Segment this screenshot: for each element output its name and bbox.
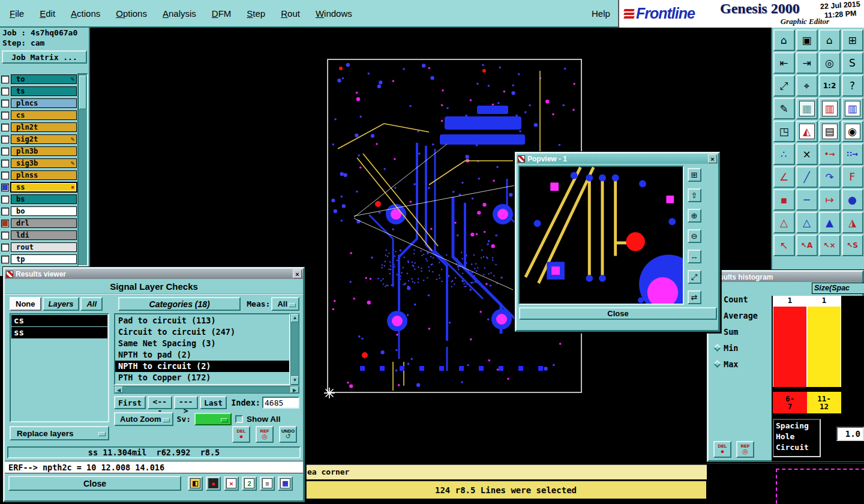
edit-note-button[interactable]: ✎ [773,98,795,119]
histogram-reference-button[interactable]: REF ◎ [736,441,754,458]
layer-row-drl[interactable]: drl [0,217,77,229]
pan-mode-button[interactable]: ↔ [688,250,701,263]
notes-button[interactable]: 2 [242,476,257,491]
layer-visibility-checkbox[interactable] [1,208,9,215]
select-delete-cursor-button[interactable]: ↖× [819,235,841,256]
fit-view-button[interactable]: ⤢ [688,270,701,284]
layer-row-tp[interactable]: tp [0,253,77,265]
triangle-multi-button[interactable]: ◮ [842,212,863,233]
layer-visibility-checkbox[interactable] [1,136,9,143]
last-button[interactable]: Last [200,396,227,409]
categories-hscrollbar[interactable]: ◀ ▶ [114,386,299,394]
layer-name-tp[interactable]: tp [11,254,77,264]
category-item[interactable]: NPTH to circuit (2) [115,361,289,372]
result-layers-list[interactable]: csss [10,313,109,422]
layer-visibility-checkbox[interactable] [1,124,9,131]
layer-visibility-checkbox[interactable] [1,148,9,155]
layer-name-ts[interactable]: ts [11,86,77,96]
layer-row-rout[interactable]: rout [0,241,77,253]
layer-name-plnss[interactable]: plnss [11,170,77,180]
layer-row-plnss[interactable]: plnss [0,169,77,181]
scroll-up-icon[interactable]: ▲ [291,314,299,322]
delete-item-button[interactable]: × [796,143,818,165]
job-matrix-button[interactable]: Job Matrix ... [2,50,87,64]
layer-name-ldi[interactable]: ldi [11,230,77,240]
net-points-button[interactable]: ∴ [773,143,795,165]
filter-layers-button[interactable]: Layers [43,297,80,311]
rotate-button[interactable]: ↷ [819,166,841,188]
chart-button[interactable]: ▦ [278,476,293,491]
stat-count[interactable]: Count [715,291,758,307]
results-viewer-titlebar[interactable]: Results viewer × [5,269,303,279]
popview-close-icon[interactable]: × [708,154,717,163]
select-text-cursor-button[interactable]: ↖A [796,235,818,256]
layer-visibility-checkbox[interactable] [1,88,9,95]
layer-name-sig2t[interactable]: sig2t✎ [11,134,77,144]
results-close-button[interactable]: Close [8,476,181,491]
menu-options[interactable]: Options [115,7,148,20]
histogram-blue-button[interactable]: ▥ [842,98,863,119]
menu-rout[interactable]: Rout [280,7,301,20]
stat-min[interactable]: Min [715,340,758,356]
menu-windows[interactable]: Windows [314,7,353,20]
layer-name-ss[interactable]: ss▪ [11,182,77,192]
fit-window-button[interactable]: ⤢ [773,75,795,97]
layer-list-scrollbar[interactable] [77,73,88,266]
measure-circuit[interactable]: Circuit [776,442,818,453]
zoom-in-button[interactable]: ⊕ [688,209,701,223]
layer-row-plncs[interactable]: plncs [0,97,77,109]
layer-name-drl[interactable]: drl [11,218,77,228]
filter-none-button[interactable]: None [10,297,41,311]
category-item[interactable]: Pad to circuit (113) [115,315,289,326]
categories-vscrollbar[interactable]: ▲ ▼ [290,313,299,385]
layer-visibility-checkbox[interactable] [1,112,9,119]
record-button[interactable]: ● [206,476,221,491]
scroll-right-icon[interactable]: ▶ [290,386,299,393]
square-pad-button[interactable]: ▪ [773,189,795,211]
contrast-button[interactable]: ◧ [188,476,203,491]
histogram-red-button[interactable]: ▥ [819,98,841,119]
zoom-prev-button[interactable]: ◎ [819,52,841,74]
tile-windows-button[interactable]: ⊞ [842,29,863,51]
measure-spacing[interactable]: Spacing [776,421,818,431]
angle-measure-button[interactable]: ∠ [773,166,795,188]
layer-row-to[interactable]: to✎ [0,73,77,85]
layer-name-rout[interactable]: rout [11,242,77,252]
layer-name-pln2t[interactable]: pln2t [11,122,77,132]
layer-visibility-checkbox[interactable] [1,196,9,203]
histogram-titlebar[interactable]: sults histogram [709,272,862,282]
layer-row-ts[interactable]: ts [0,85,77,97]
prev-button[interactable]: <--- [148,396,172,409]
extend-line-button[interactable]: ↦ [819,189,841,211]
popview-canvas[interactable] [518,166,684,305]
layer-row-bo[interactable]: bo [0,205,77,217]
index-input[interactable] [262,397,299,409]
categories-button[interactable]: Categories (18) [118,297,241,311]
layer-name-bs[interactable]: bs [11,194,77,204]
scrollbar-thumb[interactable] [79,76,86,109]
open-window-button[interactable]: ⊞ [688,168,701,182]
layer-name-sig3b[interactable]: sig3b✎ [11,158,77,168]
copy-points-button[interactable]: ∷→ [842,143,863,165]
layer-row-pln3b[interactable]: pln3b [0,145,77,157]
layer-visibility-checkbox[interactable] [1,244,9,251]
next-button[interactable]: ---> [174,396,198,409]
home-button[interactable]: ⌂ [773,29,795,51]
layer-name-cs[interactable]: cs [11,110,77,120]
category-item[interactable]: NPTH to pad (2) [115,349,289,361]
scroll-trough[interactable] [291,322,299,376]
category-item[interactable]: Same Net Spacing (3) [115,338,289,349]
layer-visibility-checkbox[interactable] [1,184,9,191]
layer-row-sig2t[interactable]: sig2t✎ [0,133,77,145]
pan-up-button[interactable]: ⇧ [688,188,701,202]
pan-left-button[interactable]: ⇤ [773,52,795,74]
menu-dfm[interactable]: DFM [211,7,233,20]
measure-hole[interactable]: Hole [776,431,818,442]
list-button[interactable]: ≡ [260,476,275,491]
layer-visibility-checkbox[interactable] [1,100,9,107]
histogram-value-field[interactable]: 1.0 [836,427,864,441]
layer-visibility-checkbox[interactable] [1,220,9,227]
zoom-out-button[interactable]: ⊖ [688,229,701,243]
s-curve-button[interactable]: S [842,52,863,74]
results-viewer-close-icon[interactable]: × [293,269,302,278]
